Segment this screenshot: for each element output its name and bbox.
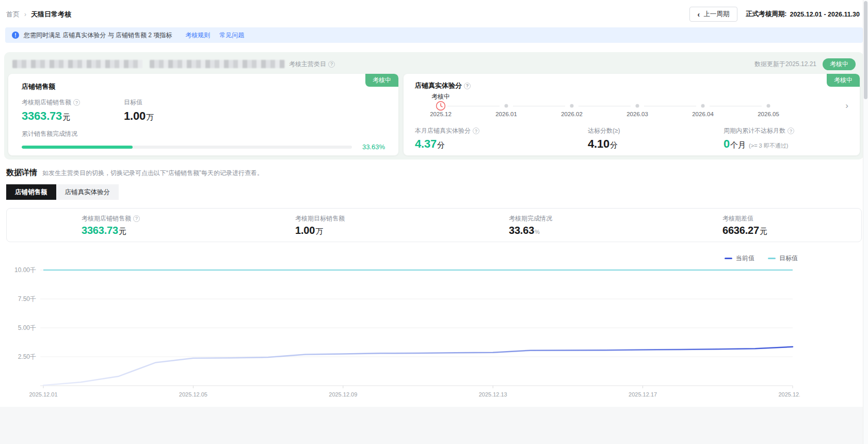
info-icon: ! — [12, 31, 19, 39]
timeline-connector — [447, 106, 500, 106]
timeline-dot-icon — [701, 104, 705, 108]
timeline-month-label: 2026.04 — [692, 111, 714, 117]
experience-stats-row: 本月店铺真实体验分 ? 4.37分 达标分数(≥) 4.10分 — [415, 126, 848, 151]
sales-trend-chart: 2.50千5.00千7.50千10.00千2025.12.012025.12.0… — [6, 263, 800, 409]
footer-strip — [0, 407, 863, 444]
period-stat-3: 考核期差值6636.27元 — [648, 214, 861, 236]
svg-text:2.50千: 2.50千 — [18, 353, 36, 360]
svg-text:2025.12.01: 2025.12.01 — [29, 391, 57, 398]
sales-card-status-badge: 考核中 — [365, 74, 398, 87]
tmall-daily-assessment-page: 首页 › 天猫日常考核 ‹ 上一周期 正式考核周期: 2025.12.01 - … — [0, 0, 868, 409]
stat-value: 33.63% — [509, 225, 648, 236]
question-icon[interactable]: ? — [473, 128, 479, 134]
svg-text:2025.12.13: 2025.12.13 — [479, 391, 507, 398]
assessment-period-value: 2025.12.01 - 2026.11.30 — [790, 11, 860, 18]
status-badge: 考核中 — [823, 58, 856, 70]
svg-text:2025.12.05: 2025.12.05 — [179, 391, 207, 398]
question-icon[interactable]: ? — [133, 215, 140, 222]
svg-text:10.00千: 10.00千 — [14, 266, 36, 274]
timeline-connector — [578, 106, 631, 106]
timeline-connector — [513, 106, 565, 106]
breadcrumb-home-link[interactable]: 首页 — [6, 10, 20, 19]
tab-sales[interactable]: 店铺销售额 — [6, 184, 56, 200]
assessment-period: 正式考核周期: 2025.12.01 - 2026.11.30 — [746, 10, 860, 19]
main-category-label: 考核主营类目 ? — [289, 60, 335, 69]
stat-value: 3363.73元 — [82, 225, 220, 236]
sales-trend-chart-section: 当前值目标值 2.50千5.00千7.50千10.00千2025.12.0120… — [6, 253, 862, 409]
legend-item-target[interactable]: 目标值 — [768, 254, 798, 263]
failed-months-stat: 周期内累计不达标月数 ? 0个月(>= 3 即不通过) — [724, 126, 848, 151]
stat-value: 6636.27元 — [722, 225, 861, 236]
prev-period-button[interactable]: ‹ 上一周期 — [689, 7, 738, 22]
tab-experience-score[interactable]: 店铺真实体验分 — [56, 184, 119, 200]
experience-score-card: 考核中 店铺真实体验分 ? › 2025.122026.012026.02202… — [404, 74, 860, 155]
overview-section: 考核主营类目 ? 数据更新于2025.12.21 考核中 考核中 店铺销售额 考… — [4, 52, 864, 160]
svg-text:7.50千: 7.50千 — [18, 295, 36, 303]
experience-card-status-badge: 考核中 — [827, 74, 860, 87]
question-icon[interactable]: ? — [328, 61, 335, 68]
svg-text:5.00千: 5.00千 — [18, 324, 36, 331]
period-stats-card: 考核期店铺销售额?3363.73元考核期目标销售额1.00万考核期完成情况33.… — [6, 208, 862, 242]
vertical-scrollbar[interactable] — [863, 0, 868, 444]
scrollbar-thumb[interactable] — [864, 1, 867, 99]
page-title: 天猫日常考核 — [31, 10, 71, 19]
timeline-next-chevron-icon[interactable]: › — [845, 101, 848, 110]
faq-link[interactable]: 常见问题 — [219, 31, 244, 40]
details-description: 如发生主营类目的切换，切换记录可点击以下“店铺销售额”每天的记录进行查看。 — [42, 169, 263, 178]
assessment-rules-link[interactable]: 考核规则 — [185, 31, 210, 40]
data-details-section: 数据详情 如发生主营类目的切换，切换记录可点击以下“店铺销售额”每天的记录进行查… — [5, 168, 863, 409]
chart-area: 2.50千5.00千7.50千10.00千2025.12.012025.12.0… — [6, 263, 862, 409]
sales-values-row: 3363.73元 1.00万 — [22, 109, 385, 123]
timeline-connector — [644, 106, 696, 106]
store-category-blur-block — [150, 60, 285, 68]
timeline-connector — [710, 106, 762, 106]
assessment-period-label: 正式考核周期: — [746, 10, 786, 19]
question-icon[interactable]: ? — [787, 128, 794, 134]
overview-header-right: 数据更新于2025.12.21 考核中 — [754, 58, 856, 70]
target-value-label: 目标值 — [124, 98, 142, 107]
notice-text: 您需同时满足 店铺真实体验分 与 店铺销售额 2 项指标 — [24, 31, 172, 40]
stat-label: 考核期目标销售额 — [295, 214, 434, 223]
timeline-status-label: 考核中 — [431, 92, 450, 101]
timeline-dot-icon — [636, 104, 639, 108]
period-stat-0: 考核期店铺销售额?3363.73元 — [7, 214, 220, 236]
timeline-month-label: 2026.01 — [495, 111, 517, 117]
legend-item-current[interactable]: 当前值 — [725, 254, 754, 263]
assessment-timeline: › 2025.122026.012026.022026.032026.04202… — [415, 91, 848, 121]
timeline-month-label: 2025.12 — [430, 111, 452, 117]
breadcrumb: 首页 › 天猫日常考核 — [6, 10, 71, 19]
chart-legend: 当前值目标值 — [6, 253, 862, 263]
current-sales-label: 考核期店铺销售额 ? — [22, 98, 124, 107]
progress-bar — [22, 146, 352, 149]
question-icon[interactable]: ? — [464, 83, 471, 89]
monthly-score-stat: 本月店铺真实体验分 ? 4.37分 — [415, 126, 588, 151]
timeline-month-label: 2026.05 — [758, 111, 779, 117]
stat-label: 考核期差值 — [722, 214, 861, 223]
progress-percent: 33.63% — [359, 143, 385, 151]
notice-bar: ! 您需同时满足 店铺真实体验分 与 店铺销售额 2 项指标 考核规则 常见问题 — [5, 27, 863, 43]
store-name-blur-block — [12, 60, 142, 68]
timeline-dot-icon — [570, 104, 574, 108]
timeline-dot-icon — [767, 104, 770, 108]
stat-label: 考核期完成情况 — [509, 214, 648, 223]
timeline-dot-icon — [505, 104, 508, 108]
period-stat-2: 考核期完成情况33.63% — [434, 214, 648, 236]
legend-dash-icon — [768, 258, 776, 259]
fail-rule-note: (>= 3 即不通过) — [749, 142, 788, 149]
overview-cards: 考核中 店铺销售额 考核期店铺销售额 ? 目标值 3363.73元 1.00万 — [8, 74, 860, 155]
progress-label: 累计销售额完成情况 — [22, 130, 385, 138]
timeline-month-label: 2026.02 — [561, 111, 583, 117]
details-header: 数据详情 如发生主营类目的切换，切换记录可点击以下“店铺销售额”每天的记录进行查… — [6, 168, 862, 178]
svg-text:2025.12.17: 2025.12.17 — [629, 391, 657, 398]
details-tabs: 店铺销售额店铺真实体验分 — [6, 184, 862, 200]
topbar-right: ‹ 上一周期 正式考核周期: 2025.12.01 - 2026.11.30 — [689, 7, 860, 22]
period-stat-1: 考核期目标销售额1.00万 — [220, 214, 434, 236]
sales-labels-row: 考核期店铺销售额 ? 目标值 — [22, 98, 385, 107]
sales-card-title: 店铺销售额 — [22, 82, 385, 91]
details-title: 数据详情 — [6, 168, 37, 178]
question-icon[interactable]: ? — [73, 99, 80, 106]
progress-row: 33.63% — [22, 143, 385, 151]
timeline-clock-icon — [436, 101, 446, 111]
stat-value: 1.00万 — [295, 225, 434, 236]
overview-header: 考核主营类目 ? 数据更新于2025.12.21 考核中 — [8, 57, 860, 71]
